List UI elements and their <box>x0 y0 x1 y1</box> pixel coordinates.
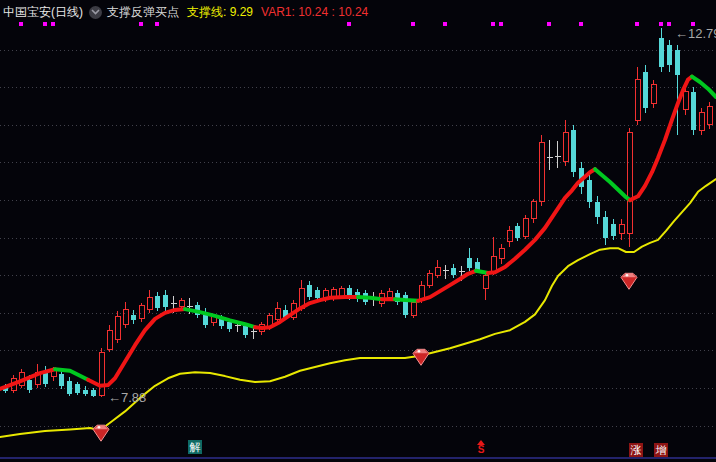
chart-canvas[interactable]: ←7.88←12.79 <box>0 0 716 462</box>
marker-jie-badge[interactable]: 解 <box>188 440 202 454</box>
candlesticks <box>3 28 712 397</box>
var1-label: VAR1: <box>261 5 295 19</box>
chevron-down-icon[interactable] <box>89 6 102 19</box>
marker-zhang-badge[interactable]: 涨 <box>629 443 643 457</box>
bottom-separator <box>0 457 716 459</box>
sell-signal-icon[interactable]: S <box>476 440 486 455</box>
signal-dots <box>19 22 695 26</box>
support-line-label: 支撑线: <box>187 5 226 19</box>
marker-zeng-badge[interactable]: 增 <box>654 443 668 457</box>
stock-chart-app: ←7.88←12.79 中国宝安(日线) 支撑反弹买点 支撑线: 9.29 VA… <box>0 0 716 462</box>
chart-header: 中国宝安(日线) 支撑反弹买点 支撑线: 9.29 VAR1: 10.24 : … <box>3 4 368 20</box>
support-line-value: 支撑线: 9.29 <box>187 4 253 20</box>
var1-number-1: 10.24 <box>298 5 328 19</box>
support-line-number: 9.29 <box>230 5 253 19</box>
price-annotation: ←7.88 <box>108 390 146 405</box>
var1-number-2: 10.24 <box>338 5 368 19</box>
indicator-name: 支撑反弹买点 <box>107 4 179 20</box>
sell-signal-letter: S <box>476 445 486 455</box>
var1-separator: : <box>332 5 335 19</box>
var1-value: VAR1: 10.24 : 10.24 <box>261 4 368 20</box>
diamond-marker <box>621 273 637 289</box>
symbol-title: 中国宝安(日线) <box>3 4 83 20</box>
diamond-marker <box>413 349 429 365</box>
price-gridlines <box>0 50 716 426</box>
price-annotation: ←12.79 <box>675 26 716 41</box>
diamond-marker <box>93 425 109 441</box>
